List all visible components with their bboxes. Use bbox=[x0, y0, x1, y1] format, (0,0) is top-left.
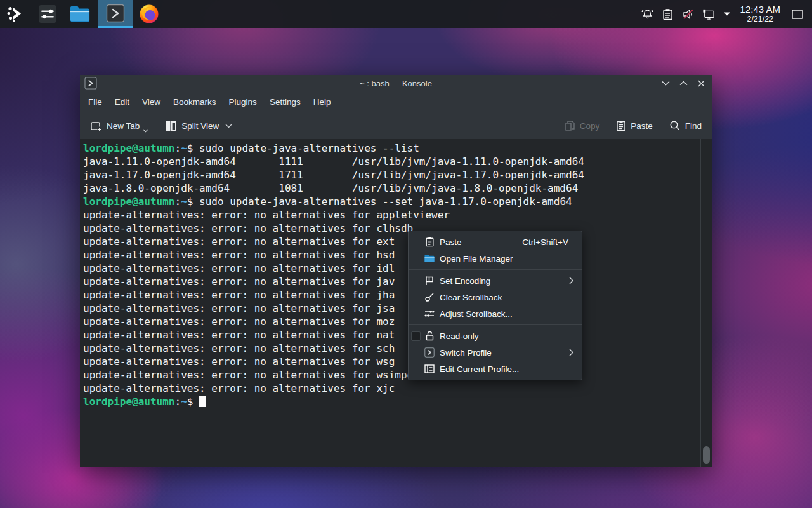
menubar-item-edit[interactable]: Edit bbox=[108, 94, 136, 110]
context-menu-item-open-file-manager[interactable]: Open File Manager bbox=[409, 250, 582, 267]
split-view-label: Split View bbox=[181, 121, 219, 131]
menubar-item-help[interactable]: Help bbox=[307, 94, 337, 110]
menubar-item-file[interactable]: File bbox=[82, 94, 108, 110]
titlebar[interactable]: ~ : bash — Konsole bbox=[80, 75, 712, 91]
clipboard-icon bbox=[424, 237, 435, 247]
terminal-view[interactable]: lordpipe@autumn:~$ sudo update-java-alte… bbox=[80, 139, 712, 467]
paste-button[interactable]: Paste bbox=[616, 120, 653, 131]
context-menu-item-set-encoding[interactable]: Set Encoding bbox=[409, 272, 582, 289]
digital-clock[interactable]: 12:43 AM 2/21/22 bbox=[740, 4, 780, 24]
broom-icon bbox=[424, 292, 435, 302]
expand-tray-caret-icon[interactable] bbox=[723, 8, 731, 20]
terminal-output-line: java-1.17.0-openjdk-amd64 1711 /usr/lib/… bbox=[83, 168, 584, 182]
window-title: ~ : bash — Konsole bbox=[80, 79, 712, 88]
new-tab-label: New Tab bbox=[107, 121, 140, 131]
menubar-item-bookmarks[interactable]: Bookmarks bbox=[167, 94, 223, 110]
terminal-output-line: update-alternatives: error: no alternati… bbox=[83, 382, 584, 395]
context-menu-item-read-only[interactable]: Read-only bbox=[409, 328, 582, 344]
audio-muted-icon[interactable] bbox=[682, 8, 695, 20]
submenu-arrow-icon bbox=[567, 349, 575, 356]
split-view-icon bbox=[165, 121, 177, 131]
copy-label: Copy bbox=[580, 121, 600, 131]
find-icon bbox=[669, 120, 681, 131]
maximize-icon[interactable] bbox=[679, 79, 688, 88]
menubar-item-view[interactable]: View bbox=[136, 94, 167, 110]
menu-item-label: Open File Manager bbox=[440, 254, 513, 264]
konsole-window-icon bbox=[84, 77, 97, 92]
split-view-dropdown-icon[interactable] bbox=[225, 124, 232, 128]
paste-label: Paste bbox=[631, 121, 653, 131]
context-menu-item-clear-scrollback[interactable]: Clear Scrollback bbox=[409, 289, 582, 305]
menu-separator bbox=[409, 269, 582, 270]
close-icon[interactable] bbox=[697, 79, 705, 88]
context-menu-item-adjust-scrollback[interactable]: Adjust Scrollback... bbox=[409, 305, 582, 322]
find-button[interactable]: Find bbox=[669, 120, 702, 131]
menubar-item-settings[interactable]: Settings bbox=[263, 94, 307, 110]
copy-icon bbox=[565, 120, 575, 131]
terminal-prompt-line: lordpipe@autumn:~$ sudo update-java-alte… bbox=[83, 142, 584, 155]
copy-button[interactable]: Copy bbox=[565, 120, 600, 131]
scrollbar-handle[interactable] bbox=[703, 446, 710, 464]
sliders-icon bbox=[424, 309, 435, 319]
show-desktop-icon[interactable] bbox=[790, 7, 804, 21]
firefox-icon[interactable] bbox=[139, 4, 159, 24]
terminal-output-line: update-alternatives: error: no alternati… bbox=[83, 208, 584, 222]
menu-item-label: Adjust Scrollback... bbox=[440, 309, 513, 319]
submenu-arrow-icon bbox=[567, 277, 575, 284]
context-menu-item-paste[interactable]: PasteCtrl+Shift+V bbox=[409, 234, 582, 250]
menubar: FileEditViewBookmarksPluginsSettingsHelp bbox=[80, 91, 712, 112]
terminal-output-line: java-1.8.0-openjdk-amd64 1081 /usr/lib/j… bbox=[83, 182, 584, 195]
menu-item-label: Switch Profile bbox=[440, 348, 492, 358]
desktop: 12:43 AM 2/21/22 ~ : bash — Konsole bbox=[0, 0, 812, 508]
menu-separator bbox=[409, 324, 582, 325]
plasma-panel: 12:43 AM 2/21/22 bbox=[0, 0, 812, 28]
terminal-scrollbar[interactable] bbox=[700, 139, 712, 467]
clipboard-tray-icon[interactable] bbox=[662, 8, 674, 20]
context-menu-item-edit-current-profile[interactable]: Edit Current Profile... bbox=[409, 361, 582, 377]
menu-item-label: Clear Scrollback bbox=[440, 293, 502, 302]
find-label: Find bbox=[685, 121, 702, 131]
context-menu-item-switch-profile[interactable]: Switch Profile bbox=[409, 344, 582, 361]
menu-item-label: Edit Current Profile... bbox=[440, 364, 519, 374]
konsole-window: ~ : bash — Konsole FileEditViewBookmarks… bbox=[80, 75, 712, 467]
terminal-prompt-line: lordpipe@autumn:~$ sudo update-java-alte… bbox=[83, 195, 584, 208]
context-menu: PasteCtrl+Shift+VOpen File ManagerSet En… bbox=[408, 231, 582, 380]
app-launcher-icon[interactable] bbox=[5, 4, 25, 24]
read-only-checkbox[interactable] bbox=[411, 331, 421, 341]
menubar-item-plugins[interactable]: Plugins bbox=[223, 94, 263, 110]
minimize-icon[interactable] bbox=[661, 79, 670, 88]
split-view-button[interactable]: Split View bbox=[165, 121, 232, 131]
terminal-prompt-line: lordpipe@autumn:~$ bbox=[83, 395, 584, 408]
new-tab-button[interactable]: New Tab bbox=[90, 120, 148, 132]
toolbar: New Tab Split View bbox=[80, 112, 712, 139]
clock-time: 12:43 AM bbox=[740, 4, 780, 15]
encoding-flag-icon bbox=[424, 276, 435, 286]
menu-item-shortcut: Ctrl+Shift+V bbox=[522, 237, 568, 247]
file-manager-icon[interactable] bbox=[70, 4, 90, 24]
terminal-mini-icon bbox=[424, 347, 435, 358]
new-tab-icon bbox=[90, 120, 102, 132]
new-tab-dropdown-icon[interactable] bbox=[143, 129, 148, 133]
terminal-cursor bbox=[199, 396, 206, 407]
clock-date: 2/21/22 bbox=[740, 15, 780, 23]
menu-item-label: Read-only bbox=[440, 331, 479, 341]
panel-task-area bbox=[0, 0, 159, 28]
menu-check-column bbox=[411, 331, 424, 341]
lock-icon bbox=[424, 331, 435, 341]
menu-item-label: Set Encoding bbox=[440, 276, 490, 286]
paste-icon bbox=[616, 120, 626, 131]
notifications-bell-icon[interactable] bbox=[641, 8, 654, 20]
display-tray-icon[interactable] bbox=[702, 8, 715, 20]
window-controls bbox=[661, 75, 705, 91]
system-settings-icon[interactable] bbox=[37, 4, 58, 24]
folder-icon bbox=[424, 253, 435, 264]
terminal-output-line: java-1.11.0-openjdk-amd64 1111 /usr/lib/… bbox=[83, 155, 584, 168]
system-tray: 12:43 AM 2/21/22 bbox=[641, 0, 812, 28]
taskbar-konsole-active[interactable] bbox=[98, 0, 133, 28]
menu-item-label: Paste bbox=[440, 237, 462, 247]
profile-icon bbox=[424, 364, 435, 374]
